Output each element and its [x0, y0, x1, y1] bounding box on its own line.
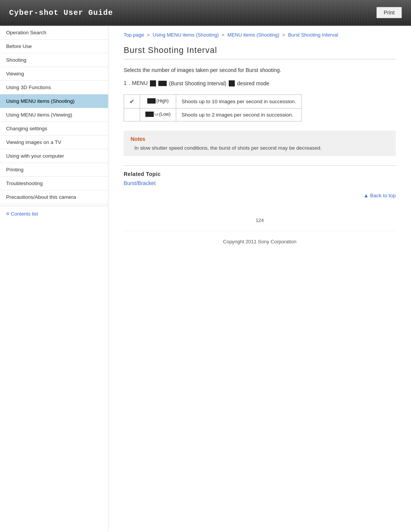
burst-table: ✔ (High)Shoots up to 10 images per secon…: [124, 94, 302, 121]
notes-box: Notes In slow shutter speed conditions, …: [124, 131, 396, 156]
related-topic-title: Related Topic: [124, 171, 396, 177]
app-title: Cyber-shot User Guide: [9, 8, 113, 17]
icon-cell: (High): [140, 95, 176, 109]
sidebar-item-2[interactable]: Shooting: [0, 53, 108, 67]
breadcrumb-item-1[interactable]: Using MENU items (Shooting): [153, 32, 218, 38]
icon-cell: Lo (Low): [140, 109, 176, 121]
notes-title: Notes: [131, 136, 389, 142]
table-row: Lo (Low)Shoots up to 2 images per second…: [124, 109, 302, 121]
related-topic: Related Topic Burst/Bracket: [124, 165, 396, 186]
print-button[interactable]: Print: [376, 7, 402, 18]
breadcrumb: Top page > Using MENU items (Shooting) >…: [124, 26, 396, 45]
step-middle: (Burst Shooting Interval): [169, 80, 226, 86]
back-to-top: Back to top: [124, 192, 396, 198]
menu-black-square: [150, 80, 156, 86]
table-row: ✔ (High)Shoots up to 10 images per secon…: [124, 95, 302, 109]
burst-icon-img: [158, 81, 167, 86]
note-item: In slow shutter speed conditions, the bu…: [134, 145, 389, 151]
desc-cell: Shoots up to 2 images per second in succ…: [176, 109, 302, 121]
sidebar-item-12[interactable]: Precautions/About this camera: [0, 190, 108, 204]
step-suffix: desired mode: [237, 80, 269, 86]
sidebar-item-3[interactable]: Viewing: [0, 67, 108, 81]
high-icon-img: [147, 98, 156, 104]
sidebar-item-6[interactable]: Using MENU items (Viewing): [0, 108, 108, 122]
related-topic-link[interactable]: Burst/Bracket: [124, 180, 156, 186]
sidebar: Operation SearchBefore UseShootingViewin…: [0, 26, 108, 531]
header: Cyber-shot User Guide Print: [0, 0, 411, 26]
breadcrumb-item-2[interactable]: MENU items (Shooting): [228, 32, 280, 38]
sidebar-item-5[interactable]: Using MENU items (Shooting): [0, 94, 108, 108]
main-layout: Operation SearchBefore UseShootingViewin…: [0, 26, 411, 531]
sidebar-item-8[interactable]: Viewing images on a TV: [0, 136, 108, 149]
breadcrumb-sep: >: [146, 32, 151, 38]
back-to-top-link[interactable]: Back to top: [363, 193, 396, 198]
sidebar-item-4[interactable]: Using 3D Functions: [0, 81, 108, 94]
main-content: Top page > Using MENU items (Shooting) >…: [108, 26, 411, 531]
low-icon-img: [145, 112, 154, 117]
step: 1．MENU (Burst Shooting Interval) desired…: [124, 80, 396, 87]
sidebar-footer: Contents list: [0, 206, 108, 221]
breadcrumb-sep: >: [281, 32, 287, 38]
notes-content: In slow shutter speed conditions, the bu…: [131, 145, 389, 151]
high-icon: (High): [147, 98, 169, 104]
low-icon: Lo (Low): [145, 112, 170, 117]
mode-black-square: [229, 80, 235, 86]
burst-icon: [158, 81, 167, 86]
related-links: Burst/Bracket: [124, 180, 396, 186]
step-prefix: 1．MENU: [124, 80, 148, 87]
sidebar-item-11[interactable]: Troubleshooting: [0, 177, 108, 190]
contents-list-link[interactable]: Contents list: [6, 211, 102, 217]
sidebar-item-9[interactable]: Using with your computer: [0, 149, 108, 163]
page-number: 124: [124, 206, 396, 231]
check-cell: ✔: [124, 95, 140, 109]
check-icon: ✔: [129, 98, 134, 105]
breadcrumb-item-3[interactable]: Burst Shooting Interval: [288, 32, 338, 38]
breadcrumb-item-0[interactable]: Top page: [124, 32, 144, 38]
sidebar-item-0[interactable]: Operation Search: [0, 26, 108, 40]
check-cell: [124, 109, 140, 121]
breadcrumb-sep: >: [220, 32, 226, 38]
desc-cell: Shoots up to 10 images per second in suc…: [176, 95, 302, 109]
page-title: Burst Shooting Interval: [124, 45, 396, 59]
page-footer: Copyright 2011 Sony Corporation: [124, 231, 396, 252]
sidebar-item-1[interactable]: Before Use: [0, 40, 108, 53]
sidebar-item-7[interactable]: Changing settings: [0, 122, 108, 136]
sidebar-item-10[interactable]: Printing: [0, 163, 108, 177]
description: Selects the number of images taken per s…: [124, 67, 396, 73]
